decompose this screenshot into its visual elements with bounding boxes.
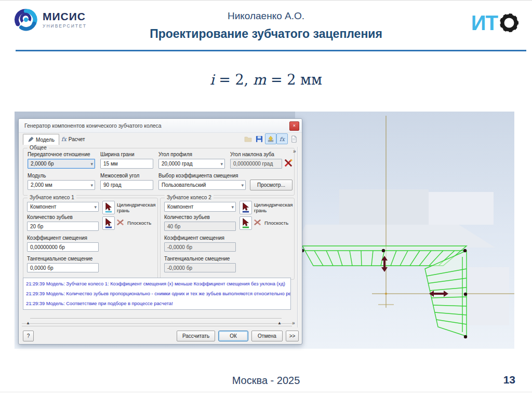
footer-location: Москва - 2025 <box>0 375 532 387</box>
dialog-title: Генератор компонентов конического зубчат… <box>24 122 162 129</box>
slide-bottom-border <box>0 392 532 392</box>
export-glyph-icon <box>267 135 274 143</box>
ito-logo: ИТ <box>471 11 521 34</box>
dialog-tabstrip: Модель fx Расчет <box>19 132 302 145</box>
group-general-legend: Общее <box>28 145 49 150</box>
message-log[interactable]: 21:29:39 Модель: Зубчатое колесо 1: Коэф… <box>23 278 291 310</box>
gear2-cylindrical-face-label: Цилиндрическая грань <box>254 202 292 214</box>
separator-line <box>30 318 282 319</box>
formula-end: = 2 мм <box>266 72 322 88</box>
gear1-teeth-input[interactable]: 20 бр <box>27 222 99 231</box>
calculate-button[interactable]: Рассчитать <box>177 331 215 341</box>
fx-icon: fx <box>61 136 66 142</box>
gear1-shift-label: Коэффициент смещения <box>27 235 87 241</box>
fx-glyph: fx <box>280 136 285 142</box>
formula-var-i: i <box>210 72 215 88</box>
gear2-shift-label: Коэффициент смещения <box>164 235 224 241</box>
gear1-component-combo[interactable]: Компонент <box>27 202 99 212</box>
more-button[interactable]: >> <box>286 331 299 341</box>
shaft-angle-label: Межосевой угол <box>100 173 139 179</box>
slide-author: Николаенко А.О. <box>0 10 532 22</box>
gear2-teeth-label: Количество зубьев <box>164 214 210 220</box>
panel-expander-icon[interactable]: » <box>293 148 296 154</box>
cursor-icon <box>241 202 251 213</box>
ratio-combo[interactable]: 2,0000 бр <box>28 159 95 169</box>
gear1-plane-label: Плоскость <box>127 220 151 226</box>
tab-calculation-label: Расчет <box>69 136 85 142</box>
face-width-input[interactable]: 15 мм <box>100 159 153 169</box>
gear2-plane-label: Плоскость <box>264 220 288 226</box>
face-width-label: Ширина грани <box>100 152 135 157</box>
gear1-cylindrical-face-label: Цилиндрическая грань <box>117 202 155 214</box>
design-pencil-icon <box>28 136 34 143</box>
tab-calculation[interactable]: fx Расчет <box>57 134 89 144</box>
group-gear2-legend: Зубчатое колесо 2 <box>165 195 214 200</box>
page-number: 13 <box>503 374 515 386</box>
cursor-icon <box>241 217 251 229</box>
gear1-teeth-label: Количество зубьев <box>27 214 73 220</box>
gear1-tangential-input[interactable]: 0,0000 бр <box>27 263 99 272</box>
helix-disabled-tool-icon <box>284 158 294 168</box>
gear2-component-combo[interactable]: Компонент <box>164 202 236 212</box>
pressure-angle-combo[interactable]: 20,0000 град <box>158 159 225 169</box>
panel-groove <box>297 147 298 327</box>
page-glyph-icon <box>290 135 297 143</box>
title-divider <box>16 50 526 51</box>
helix-angle-label: Угол наклона зуба <box>230 152 274 157</box>
cursor-icon <box>103 217 114 229</box>
gear1-plane-select-button[interactable] <box>102 216 115 230</box>
export-icon[interactable] <box>265 133 276 144</box>
gear2-tangential-input[interactable]: -0,0000 бр <box>164 263 236 272</box>
log-message: 21:29:39 Модель: Зубчатое колесо 1: Коэф… <box>26 279 288 289</box>
cursor-icon <box>103 202 114 213</box>
formula-mid: = 2, <box>215 72 253 88</box>
slide-top-border <box>0 0 532 1</box>
ito-logo-text: ИТ <box>471 12 498 33</box>
gear1-shift-input[interactable]: 0,00000000 бр <box>27 242 99 252</box>
group-gear1: Зубчатое колесо 1 Компонент Цилиндрическ… <box>23 198 158 280</box>
ratio-label: Передаточное отношение <box>28 152 90 157</box>
shift-select-combo[interactable]: Пользовательский <box>158 180 246 190</box>
gear2-cylindrical-face-select-button[interactable] <box>240 201 252 214</box>
help-button[interactable]: ? <box>23 331 34 341</box>
handbook-icon[interactable] <box>288 133 299 144</box>
formula-var-m: m <box>253 72 267 88</box>
splitter-expander-icon[interactable]: » <box>292 320 295 326</box>
save-icon[interactable] <box>254 133 265 144</box>
floppy-glyph-icon <box>256 135 263 143</box>
gear-o-icon <box>498 11 521 34</box>
module-combo[interactable]: 2,000 мм <box>28 180 95 190</box>
tab-model[interactable]: Модель <box>23 134 59 145</box>
cancel-button[interactable]: Отмена <box>251 331 283 341</box>
group-gear2: Зубчатое колесо 2 Компонент Цилиндрическ… <box>160 198 295 280</box>
gear2-tangential-label: Тангенциальное смещение <box>164 256 230 262</box>
group-gear1-legend: Зубчатое колесо 1 <box>28 195 76 200</box>
gear2-plane-disabled-icon <box>253 218 262 227</box>
module-label: Модуль <box>28 173 46 179</box>
gear2-plane-select-button[interactable] <box>240 216 252 230</box>
formula: i = 2, m = 2 мм <box>0 72 532 88</box>
preview-button[interactable]: Просмотр... <box>250 180 292 190</box>
dialog-titlebar[interactable]: Генератор компонентов конического зубчат… <box>19 119 302 133</box>
gear2-teeth-input[interactable]: 40 бр <box>164 222 236 231</box>
helix-angle-input[interactable]: 0,00000000 град <box>230 159 282 169</box>
group-general: Общее Передаточное отношение 2,0000 бр Ш… <box>23 148 295 196</box>
gear-generator-dialog: Генератор компонентов конического зубчат… <box>18 118 302 345</box>
splitter-collapse-left-icon[interactable]: ▲ <box>26 321 30 325</box>
pressure-angle-label: Угол профиля <box>158 152 192 157</box>
gear1-plane-disabled-icon <box>116 218 125 227</box>
log-message: 21:29:39 Модель: Соответствие при подбор… <box>26 299 288 309</box>
close-button[interactable]: × <box>289 121 299 131</box>
application-screenshot: Генератор компонентов конического зубчат… <box>15 112 514 349</box>
ok-button[interactable]: ОК <box>218 331 248 341</box>
tab-model-label: Модель <box>36 137 55 143</box>
fx-toolbar-icon[interactable]: fx <box>276 133 288 144</box>
shift-select-label: Выбор коэффициента смещения <box>158 173 238 179</box>
gear2-shift-input[interactable]: -0,0000 бр <box>164 242 236 252</box>
gear1-cylindrical-face-select-button[interactable] <box>102 201 115 214</box>
splitter-bar[interactable] <box>22 323 292 326</box>
splitter-collapse-right-icon[interactable]: ▲ <box>277 321 282 325</box>
open-folder-icon[interactable] <box>242 133 254 144</box>
shaft-angle-input[interactable]: 90 град <box>100 180 153 190</box>
folder-glyph-icon <box>244 135 252 142</box>
